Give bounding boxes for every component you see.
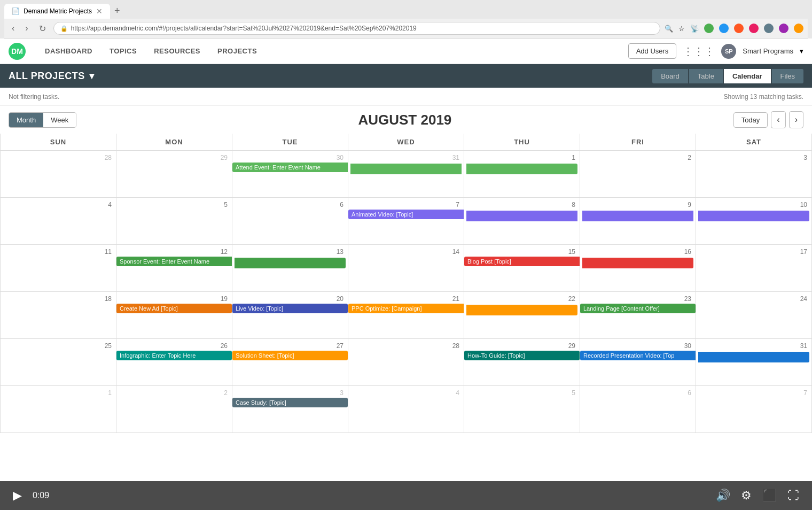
prev-month-button[interactable]: ‹ (771, 111, 785, 128)
event-infographic[interactable]: Infographic: Enter Topic Here (116, 351, 232, 360)
calendar-nav-controls: Today ‹ › (733, 111, 803, 128)
video-controls-left: ▶ 0:09 (13, 489, 49, 503)
new-tab-button[interactable]: + (112, 3, 122, 19)
nav-dashboard[interactable]: DASHBOARD (36, 38, 101, 64)
event-blog-post[interactable]: Blog Post [Topic] (464, 257, 580, 266)
address-bar[interactable]: 🔒 https://app.demandmetric.com/#!/projec… (53, 22, 660, 35)
task-count: Showing 13 matching tasks. (724, 93, 803, 101)
calendar-cell: 30 Attend Event: Enter Event Name (232, 151, 348, 198)
fullscreen-icon[interactable]: ⛶ (787, 489, 799, 503)
calendar-cell: 7 Animated Video: [Topic] (348, 198, 464, 245)
project-dropdown-icon[interactable]: ▾ (89, 70, 95, 82)
week-toggle-button[interactable]: Week (43, 113, 76, 127)
tab-favicon: 📄 (12, 7, 19, 15)
day-headers: SUN MON TUE WED THU FRI SAT (0, 134, 812, 151)
user-name[interactable]: Smart Programs (743, 47, 793, 55)
calendar-week-1: 28 29 30 Attend Event: Enter Event Name … (0, 151, 812, 198)
calendar-cell: 3 Case Study: [Topic] (232, 386, 348, 433)
grid-icon[interactable]: ⋮⋮⋮ (683, 45, 715, 58)
next-month-button[interactable]: › (789, 111, 803, 128)
url-text: https://app.demandmetric.com/#!/projects… (71, 25, 417, 32)
extension-icon-6[interactable] (779, 24, 788, 33)
event-case-study[interactable]: Case Study: [Topic] (232, 398, 348, 407)
calendar-cell: 16 (580, 245, 696, 292)
view-tab-board[interactable]: Board (652, 69, 688, 83)
calendar-cell: 5 (116, 198, 232, 245)
search-icon[interactable]: 🔍 (665, 25, 673, 33)
extension-icon-3[interactable] (734, 24, 744, 33)
project-bar: ALL PROJECTS ▾ Board Table Calendar File… (0, 64, 812, 88)
view-tab-files[interactable]: Files (772, 69, 803, 83)
day-header-wed: WED (348, 134, 464, 151)
add-users-button[interactable]: Add Users (628, 43, 677, 59)
calendar-cell: 29 How-To Guide: [Topic] (464, 339, 580, 386)
event-attend-event[interactable]: Attend Event: Enter Event Name (232, 163, 348, 172)
settings-icon[interactable]: ⚙ (741, 489, 752, 503)
event-recorded-presentation[interactable]: Recorded Presentation Video: [Top (580, 351, 696, 360)
calendar-cell: 10 (696, 198, 812, 245)
browser-tab[interactable]: 📄 Demand Metric Projects ✕ (4, 4, 110, 19)
rss-icon[interactable]: 📡 (690, 25, 699, 33)
calendar-cell: 6 (232, 198, 348, 245)
forward-button[interactable]: › (22, 22, 31, 34)
calendar-cell: 18 (1, 292, 116, 339)
airplay-icon[interactable]: ⬛ (762, 489, 777, 503)
event-sponsor-event[interactable]: Sponsor Event: Enter Event Name (116, 257, 232, 266)
nav-topics[interactable]: TOPICS (101, 38, 145, 64)
event-ppc-optimize[interactable]: PPC Optimize: [Campaign] (348, 304, 464, 313)
calendar-cell: 27 Solution Sheet: [Topic] (232, 339, 348, 386)
calendar-week-2: 4 5 6 7 Animated Video: [Topic] 8 9 10 (0, 198, 812, 245)
view-tabs: Board Table Calendar Files (652, 69, 803, 83)
extension-icon-4[interactable] (749, 24, 759, 33)
today-button[interactable]: Today (733, 112, 768, 128)
video-controls-bar: ▶ 0:09 🔊 ⚙ ⬛ ⛶ (0, 481, 812, 510)
main-nav: DASHBOARD TOPICS RESOURCES PROJECTS (36, 38, 628, 64)
event-solution-sheet[interactable]: Solution Sheet: [Topic] (232, 351, 348, 360)
event-how-to-guide[interactable]: How-To Guide: [Topic] (464, 351, 580, 360)
nav-resources[interactable]: RESOURCES (145, 38, 209, 64)
reload-button[interactable]: ↻ (36, 22, 49, 35)
calendar-week-6: 1 2 3 Case Study: [Topic] 4 5 6 7 (0, 386, 812, 433)
header-actions: Add Users ⋮⋮⋮ SP Smart Programs ▾ (628, 43, 803, 59)
calendar-cell: 6 (580, 386, 696, 433)
day-header-mon: MON (116, 134, 232, 151)
day-header-sun: SUN (1, 134, 116, 151)
calendar-cell: 23 Landing Page [Content Offer] (580, 292, 696, 339)
calendar-cell: 21 PPC Optimize: [Campaign] (348, 292, 464, 339)
project-title[interactable]: ALL PROJECTS ▾ (9, 70, 94, 82)
day-header-tue: TUE (232, 134, 348, 151)
extension-icon-5[interactable] (764, 24, 774, 33)
calendar-cell: 4 (348, 386, 464, 433)
tab-title: Demand Metric Projects (24, 7, 92, 15)
calendar-cell: 11 (1, 245, 116, 292)
calendar-cell: 30 Recorded Presentation Video: [Top (580, 339, 696, 386)
filter-bar: Not filtering tasks. Showing 13 matching… (0, 88, 812, 106)
play-button[interactable]: ▶ (13, 489, 22, 503)
extension-icon-7[interactable] (794, 24, 803, 33)
back-button[interactable]: ‹ (9, 22, 18, 34)
view-tab-calendar[interactable]: Calendar (724, 69, 771, 83)
calendar-cell: 22 (464, 292, 580, 339)
calendar-cell: 19 Create New Ad [Topic] (116, 292, 232, 339)
event-live-video[interactable]: Live Video: [Topic] (232, 304, 348, 313)
event-landing-page[interactable]: Landing Page [Content Offer] (580, 304, 696, 313)
event-span-end (466, 164, 577, 174)
calendar: SUN MON TUE WED THU FRI SAT 28 29 30 Att… (0, 134, 812, 433)
month-toggle-button[interactable]: Month (9, 113, 43, 127)
nav-projects[interactable]: PROJECTS (209, 38, 266, 64)
calendar-cell: 5 (464, 386, 580, 433)
video-controls-right: 🔊 ⚙ ⬛ ⛶ (716, 489, 799, 503)
tab-close-icon[interactable]: ✕ (96, 7, 103, 16)
event-create-ad[interactable]: Create New Ad [Topic] (116, 304, 232, 313)
volume-icon[interactable]: 🔊 (716, 489, 730, 503)
extension-icon-2[interactable] (719, 24, 729, 33)
calendar-cell: 20 Live Video: [Topic] (232, 292, 348, 339)
calendar-cell: 13 (232, 245, 348, 292)
calendar-cell: 25 (1, 339, 116, 386)
star-icon[interactable]: ☆ (678, 25, 685, 33)
extension-icon-1[interactable] (704, 24, 714, 33)
event-animated-video[interactable]: Animated Video: [Topic] (348, 210, 464, 219)
user-dropdown-icon[interactable]: ▾ (800, 47, 803, 55)
calendar-cell: 2 (580, 151, 696, 198)
view-tab-table[interactable]: Table (689, 69, 723, 83)
